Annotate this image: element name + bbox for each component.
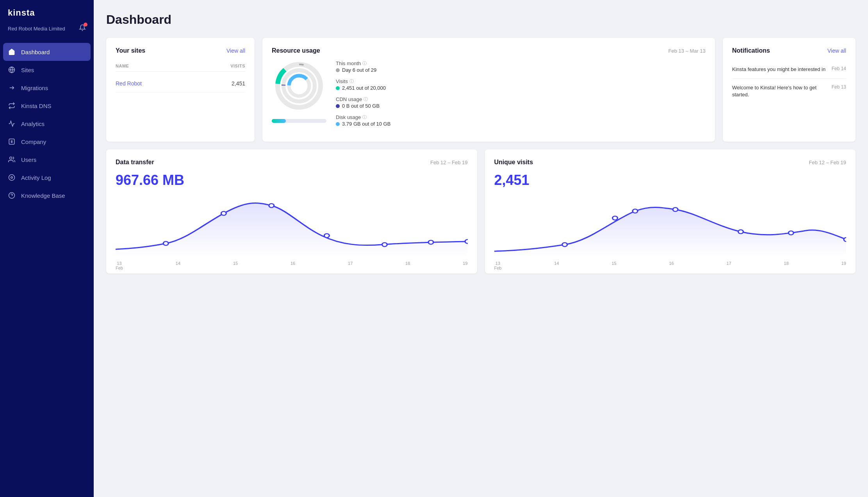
sidebar-item-kinsta-dns-label: Kinsta DNS <box>21 103 52 109</box>
svg-point-21 <box>465 240 467 243</box>
data-transfer-chart <box>116 195 468 257</box>
notification-text-1: Welcome to Kinsta! Here's how to get sta… <box>732 84 827 98</box>
teal-dot <box>336 86 340 90</box>
notification-date-0: Feb 14 <box>832 66 846 71</box>
sidebar-item-company[interactable]: Company <box>0 133 94 151</box>
gray-dot <box>336 68 340 72</box>
notifications-card: Notifications View all Kinsta features y… <box>723 38 856 142</box>
notification-item-1: Welcome to Kinsta! Here's how to get sta… <box>732 79 846 104</box>
data-transfer-date: Feb 12 – Feb 19 <box>430 160 467 165</box>
dns-icon <box>8 102 16 110</box>
sidebar-item-users[interactable]: Users <box>0 151 94 169</box>
notification-date-1: Feb 13 <box>832 84 846 90</box>
bottom-grid: Data transfer Feb 12 – Feb 19 967.66 MB <box>106 149 856 273</box>
sidebar-item-analytics-label: Analytics <box>21 121 45 127</box>
uv-axis-label-15: 15 <box>611 261 616 270</box>
cdn-label: CDN usage ⓘ <box>336 96 706 102</box>
this-month-label: This month ⓘ <box>336 60 706 66</box>
cdn-value: 0 B out of 50 GB <box>336 103 706 109</box>
company-icon <box>8 138 16 146</box>
sidebar-nav: Dashboard Sites Migrations <box>0 40 94 204</box>
site-name[interactable]: Red Robot <box>116 80 142 87</box>
sites-table-header: NAME VISITS <box>116 60 245 72</box>
notification-item-0: Kinsta features you might be interested … <box>732 60 846 79</box>
sidebar-item-migrations-label: Migrations <box>21 85 48 91</box>
sidebar-item-kinsta-dns[interactable]: Kinsta DNS <box>0 97 94 115</box>
visits-value: 2,451 out of 20,000 <box>336 85 706 91</box>
sidebar-item-users-label: Users <box>21 156 36 163</box>
transfer-progress-fill <box>272 119 286 123</box>
resource-body: This month ⓘ Day 6 out of 29 Visits ⓘ <box>272 60 706 132</box>
home-icon <box>8 48 16 56</box>
svg-point-18 <box>324 234 329 238</box>
your-sites-header: Your sites View all <box>116 47 245 54</box>
account-area: Red Robot Media Limited <box>0 22 94 40</box>
resource-usage-card: Resource usage Feb 13 – Mar 13 <box>262 38 715 142</box>
this-month-info-icon[interactable]: ⓘ <box>362 60 367 66</box>
svg-point-4 <box>9 175 15 181</box>
visits-label: Visits ⓘ <box>336 78 706 84</box>
notification-text-0: Kinsta features you might be interested … <box>732 66 827 73</box>
notification-bell[interactable] <box>79 24 86 33</box>
unique-visits-title: Unique visits <box>494 159 533 166</box>
data-transfer-title: Data transfer <box>116 159 154 166</box>
svg-point-19 <box>382 243 387 247</box>
uv-axis-sub-feb: Feb <box>494 266 502 270</box>
visits-info-icon[interactable]: ⓘ <box>349 78 354 84</box>
notifications-header: Notifications View all <box>732 47 846 54</box>
unique-visits-date: Feb 12 – Feb 19 <box>809 160 846 165</box>
sidebar-item-knowledge-base-label: Knowledge Base <box>21 192 65 199</box>
svg-point-27 <box>788 231 793 235</box>
svg-point-15 <box>163 241 168 245</box>
svg-point-25 <box>673 208 678 211</box>
notifications-view-all[interactable]: View all <box>827 48 846 54</box>
sites-table: NAME VISITS Red Robot 2,451 <box>116 60 245 92</box>
uv-axis-label-18: 18 <box>784 261 789 270</box>
sidebar-item-knowledge-base[interactable]: Knowledge Base <box>0 186 94 204</box>
top-grid: Your sites View all NAME VISITS Red Robo… <box>106 38 856 142</box>
sidebar-item-sites-label: Sites <box>21 67 34 73</box>
donut-area <box>272 60 326 123</box>
svg-point-16 <box>221 211 226 215</box>
activity-log-icon <box>8 174 16 181</box>
blue-dot <box>336 122 340 126</box>
your-sites-title: Your sites <box>116 47 145 54</box>
axis-label-14: 14 <box>176 261 180 270</box>
disk-info-icon[interactable]: ⓘ <box>362 114 367 120</box>
site-visits: 2,451 <box>232 80 245 87</box>
sidebar-item-sites[interactable]: Sites <box>0 61 94 79</box>
visits-stat: Visits ⓘ 2,451 out of 20,000 <box>336 78 706 91</box>
col-visits-header: VISITS <box>230 64 245 68</box>
svg-point-20 <box>428 240 433 244</box>
uv-axis-label-19: 19 <box>841 261 846 270</box>
analytics-icon <box>8 120 16 128</box>
knowledge-base-icon <box>8 192 16 199</box>
main-content: Dashboard Your sites View all NAME VISIT… <box>94 0 868 497</box>
home-svg <box>8 48 15 55</box>
svg-point-26 <box>738 230 743 234</box>
resource-usage-date: Feb 13 – Mar 13 <box>668 48 706 54</box>
svg-point-5 <box>11 177 13 179</box>
your-sites-card: Your sites View all NAME VISITS Red Robo… <box>106 38 255 142</box>
data-transfer-axis: 13 Feb 14 15 16 17 18 19 <box>116 259 468 273</box>
sidebar-item-dashboard-label: Dashboard <box>21 49 50 55</box>
unique-visits-header: Unique visits Feb 12 – Feb 19 <box>494 159 847 166</box>
svg-point-23 <box>612 216 617 220</box>
logo-area: Kinsta <box>0 0 94 22</box>
unique-visits-axis: 13 Feb 14 15 16 17 18 19 <box>494 259 847 273</box>
navy-dot <box>336 104 340 108</box>
sidebar-item-dashboard[interactable]: Dashboard <box>3 43 91 61</box>
resource-usage-header: Resource usage Feb 13 – Mar 13 <box>272 47 706 54</box>
sidebar-item-analytics[interactable]: Analytics <box>0 115 94 133</box>
your-sites-view-all[interactable]: View all <box>226 48 245 54</box>
sidebar-item-migrations[interactable]: Migrations <box>0 79 94 97</box>
notification-row-1: Welcome to Kinsta! Here's how to get sta… <box>732 84 846 98</box>
axis-label-16: 16 <box>291 261 295 270</box>
this-month-stat: This month ⓘ Day 6 out of 29 <box>336 60 706 73</box>
logo: Kinsta <box>8 8 86 18</box>
sidebar-item-activity-log[interactable]: Activity Log <box>0 169 94 186</box>
migrations-icon <box>8 84 16 92</box>
svg-point-3 <box>10 157 12 159</box>
cdn-info-icon[interactable]: ⓘ <box>364 96 368 102</box>
globe-icon <box>8 66 16 74</box>
